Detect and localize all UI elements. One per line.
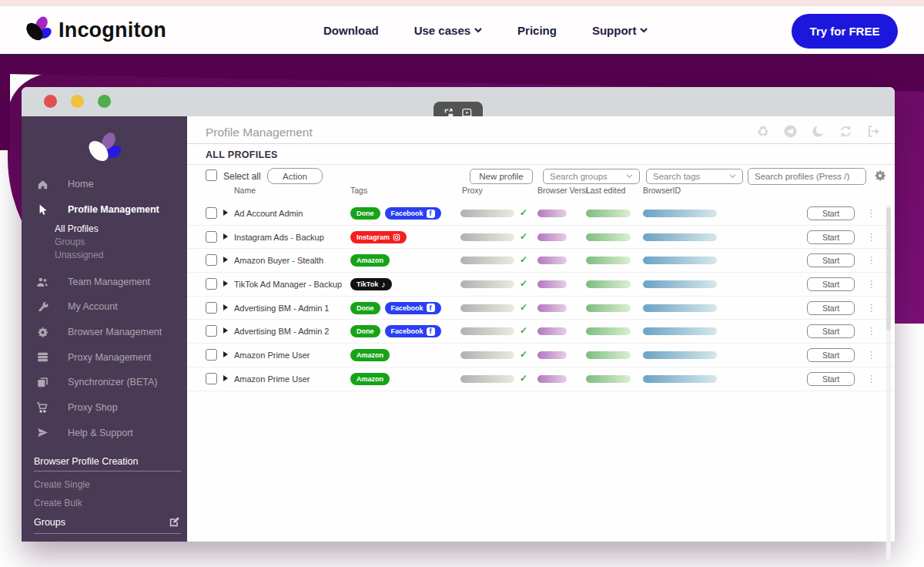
action-button[interactable]: Action [267,168,323,184]
row-checkbox[interactable] [206,325,217,337]
row-menu-icon[interactable]: ⋮ [866,349,876,361]
row-menu-icon[interactable]: ⋮ [866,373,876,384]
table-rows: Ad Account AdminDoneFacebookf✓Start⋮Inst… [187,202,895,391]
nav-link-use-cases[interactable]: Use cases [414,24,482,37]
nav-link-pricing[interactable]: Pricing [517,24,557,37]
proxy-ok-check-icon: ✓ [520,207,527,218]
row-tags: TikTok♪ [350,278,392,290]
window-minimize-button[interactable] [71,95,84,108]
proxy-pill [460,257,514,264]
scrollbar-track[interactable] [886,205,891,561]
row-menu-icon[interactable]: ⋮ [866,325,876,337]
start-button[interactable]: Start [807,301,855,315]
row-menu-icon[interactable]: ⋮ [866,302,876,314]
recycle-icon[interactable]: ♻ [755,124,770,139]
sidebar-subitem-unassigned[interactable]: Unassigned [22,248,187,261]
start-button[interactable]: Start [807,324,855,338]
row-expand-icon[interactable] [223,304,228,310]
window-zoom-button[interactable] [98,95,111,108]
scrollbar-thumb[interactable] [886,207,891,330]
row-checkbox[interactable] [206,302,217,314]
try-for-free-button[interactable]: Try for FREE [792,14,898,49]
refresh-icon[interactable] [839,124,853,139]
tag-label: Amazon [357,257,383,264]
select-all-label: Select all [223,171,261,182]
row-checkbox[interactable] [206,231,217,243]
select-all-checkbox[interactable] [206,169,217,181]
settings-gear-icon[interactable] [873,169,887,183]
chevron-down-icon [474,28,482,33]
table-row[interactable]: TikTok Ad Manager - BackupTikTok♪✓Start⋮ [187,273,895,297]
browser-id-pill [643,257,717,264]
row-name: Amazon Prime User [234,351,310,360]
sidebar-item-synchronizer-beta[interactable]: Synchronizer (BETA) [22,370,187,395]
row-expand-icon[interactable] [223,351,228,357]
row-expand-icon[interactable] [223,257,228,263]
sidebar-item-home[interactable]: Home [22,172,187,197]
row-tags: Amazon [350,349,390,361]
search-groups-select[interactable]: Search groups [543,169,640,184]
start-button[interactable]: Start [807,253,855,267]
send-icon [35,426,49,440]
table-row[interactable]: Instagram Ads - BackupInstagram✓Start⋮ [187,226,895,250]
row-expand-icon[interactable] [223,233,228,240]
row-expand-icon[interactable] [223,375,228,381]
sidebar-item-label: Synchronizer (BETA) [68,377,157,388]
search-tags-select[interactable]: Search tags [646,169,743,184]
nav-link-download[interactable]: Download [323,24,379,37]
logout-icon[interactable] [866,124,881,139]
new-profile-button[interactable]: New profile [470,169,533,184]
cursor-icon [35,203,49,216]
table-row[interactable]: Advertising BM - Admin 1DoneFacebookf✓St… [187,297,895,320]
sidebar-item-my-account[interactable]: My Account [22,294,187,320]
facebook-icon: f [427,327,435,336]
row-checkbox[interactable] [206,278,217,290]
start-button[interactable]: Start [807,206,855,220]
row-expand-icon[interactable] [223,327,228,334]
chevron-down-icon [626,174,633,179]
sidebar-item-browser-management[interactable]: Browser Management [22,320,187,345]
start-button[interactable]: Start [807,348,855,362]
sidebar-item-profile-management[interactable]: Profile Management [22,197,187,223]
tag-label: TikTok [357,280,378,288]
table-row[interactable]: Advertising BM - Admin 2DoneFacebookf✓St… [187,320,895,344]
sidebar-subitem-groups[interactable]: Groups [22,235,187,248]
sidebar-item-proxy-management[interactable]: Proxy Management [22,344,187,370]
sidebar-item-create-bulk[interactable]: Create Bulk [34,498,181,508]
row-checkbox[interactable] [206,254,217,266]
row-tags: Amazon [350,373,390,385]
sidebar-item-team-management[interactable]: Team Management [22,269,187,294]
row-menu-icon[interactable]: ⋮ [866,207,876,219]
row-menu-icon[interactable]: ⋮ [866,254,876,266]
edit-groups-icon[interactable] [168,515,181,528]
nav-link-support[interactable]: Support [592,24,648,37]
start-button[interactable]: Start [807,230,855,244]
table-row[interactable]: Amazon Buyer - StealthAmazon✓Start⋮ [187,249,895,273]
team-icon [35,275,49,289]
row-expand-icon[interactable] [223,210,228,216]
table-row[interactable]: Amazon Prime UserAmazon✓Start⋮ [187,367,895,391]
tag-label: Instagram [357,233,390,241]
sidebar-item-help-support[interactable]: Help & Support [22,421,187,446]
row-checkbox[interactable] [206,373,217,384]
table-row[interactable]: Ad Account AdminDoneFacebookf✓Start⋮ [187,202,895,226]
row-expand-icon[interactable] [223,280,228,287]
start-button[interactable]: Start [807,277,855,291]
last-edited-pill [586,257,631,264]
telegram-icon[interactable] [783,124,798,139]
sidebar-subitem-all-profiles[interactable]: All Profiles [22,222,187,235]
tiktok-icon: ♪ [381,280,386,289]
search-profiles-input[interactable] [748,168,866,185]
window-close-button[interactable] [44,95,57,108]
brand[interactable]: Incogniton [23,15,166,45]
sidebar-item-create-single[interactable]: Create Single [34,479,181,490]
start-button[interactable]: Start [807,372,855,386]
row-checkbox[interactable] [206,349,217,361]
row-menu-icon[interactable]: ⋮ [866,278,876,290]
row-checkbox[interactable] [206,207,217,219]
row-menu-icon[interactable]: ⋮ [866,231,876,243]
dark-mode-moon-icon[interactable] [811,124,825,139]
table-row[interactable]: Amazon Prime UserAmazon✓Start⋮ [187,344,895,367]
proxy-ok-check-icon: ✓ [520,254,527,265]
sidebar-item-proxy-shop[interactable]: Proxy Shop [22,395,187,421]
